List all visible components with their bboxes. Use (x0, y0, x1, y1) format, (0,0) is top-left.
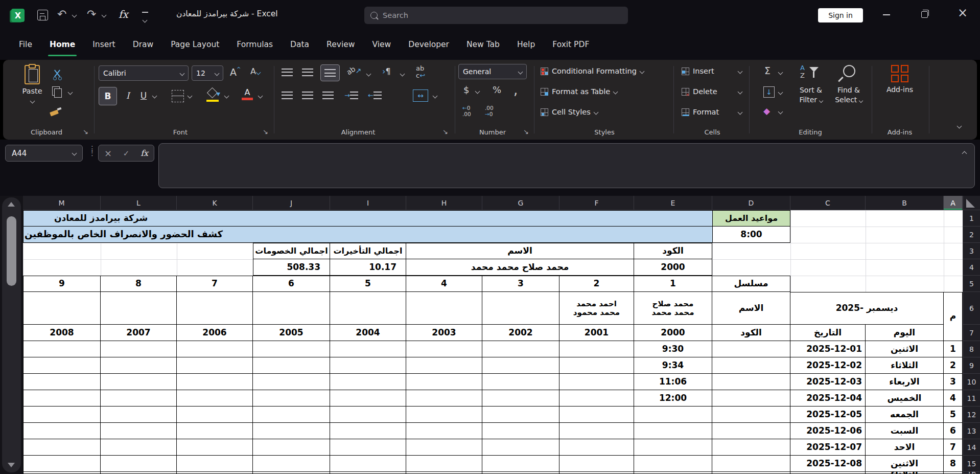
cell-I3[interactable]: اجمالي التأخيرات (330, 243, 406, 259)
conditional-formatting-button[interactable]: Conditional Formatting (541, 67, 644, 75)
column-header-E[interactable]: E (634, 196, 712, 210)
cell-D12[interactable] (712, 407, 790, 423)
borders-chevron-icon[interactable] (188, 94, 193, 99)
cell-F11[interactable] (559, 390, 634, 407)
align-bottom-button[interactable] (320, 64, 340, 81)
cell-H5[interactable]: 4 (406, 276, 482, 292)
sort-filter-button[interactable]: A Z Sort &Filter (794, 64, 828, 105)
cell-C14[interactable]: 2025-12-07 (790, 439, 866, 456)
cell-E12[interactable] (634, 407, 712, 423)
confirm-entry-icon[interactable]: ✓ (123, 149, 130, 158)
cell-G12[interactable] (482, 407, 559, 423)
quick-access-customize-icon[interactable] (142, 12, 148, 24)
cell-G15[interactable] (482, 456, 559, 472)
cell-G10[interactable] (482, 374, 559, 390)
cell-M10[interactable] (23, 374, 101, 390)
cell-I12[interactable] (330, 407, 406, 423)
cell-D9[interactable] (712, 357, 790, 374)
cell-I10[interactable] (330, 374, 406, 390)
column-header-C[interactable]: C (790, 196, 866, 210)
cell-K13[interactable] (177, 423, 253, 439)
row-header-10[interactable]: 10 (963, 374, 980, 390)
cell-D13[interactable] (712, 423, 790, 439)
formula-input[interactable] (158, 143, 975, 188)
cell-K12[interactable] (177, 407, 253, 423)
alignment-dialog-launcher-icon[interactable]: ↘ (442, 128, 448, 136)
tab-help[interactable]: Help (508, 30, 544, 60)
column-header-A[interactable]: A (944, 196, 963, 210)
cell-B10[interactable]: الاربعاء (866, 374, 944, 390)
cell-M:E1[interactable]: شركة بيرامدز للمعادن (23, 210, 712, 227)
cell-D16[interactable] (712, 472, 790, 474)
cell-E7[interactable]: 2000 (634, 325, 712, 341)
row-header-14[interactable]: 14 (963, 439, 980, 456)
autosum-button[interactable]: Σ (764, 65, 771, 76)
cell-styles-button[interactable]: Cell Styles (541, 108, 598, 116)
cell-M12[interactable] (23, 407, 101, 423)
cell-J7[interactable]: 2005 (253, 325, 330, 341)
cell-F12[interactable] (559, 407, 634, 423)
cell-D6[interactable]: الاسم (712, 292, 790, 325)
cell-G5[interactable]: 3 (482, 276, 559, 292)
cell-J3[interactable]: اجمالي الخصومات (253, 243, 330, 259)
cell-M:E2[interactable]: كشف الحضور والانصراف الخاص بالموظفين (23, 227, 712, 243)
align-left-button[interactable] (282, 92, 293, 99)
column-header-B[interactable]: B (866, 196, 944, 210)
cell-E13[interactable] (634, 423, 712, 439)
cell-F7[interactable]: 2001 (559, 325, 634, 341)
cell-C11[interactable]: 2025-12-04 (790, 390, 866, 407)
font-dialog-launcher-icon[interactable]: ↘ (263, 128, 268, 136)
cell-A11[interactable]: 4 (944, 390, 963, 407)
cell-D14[interactable] (712, 439, 790, 456)
row-header-13[interactable]: 13 (963, 423, 980, 439)
paste-button[interactable]: Paste (17, 65, 47, 105)
cell-M6[interactable] (23, 292, 101, 325)
formula-bar-expand-chevron-icon[interactable] (962, 151, 967, 156)
cell-L11[interactable] (101, 390, 177, 407)
tab-data[interactable]: Data (282, 30, 318, 60)
cell-D15[interactable] (712, 456, 790, 472)
restore-button[interactable] (921, 11, 928, 18)
cell-E4[interactable]: 2000 (634, 259, 712, 276)
tab-view[interactable]: View (363, 30, 400, 60)
cell-G9[interactable] (482, 357, 559, 374)
name-box[interactable]: A44 (5, 145, 83, 162)
cell-J16[interactable] (253, 472, 330, 474)
cell-H10[interactable] (406, 374, 482, 390)
copy-button[interactable] (52, 86, 60, 96)
cell-J6[interactable] (253, 292, 330, 325)
tab-foxit-pdf[interactable]: Foxit PDF (544, 30, 598, 60)
insert-cells-button[interactable]: Insert (682, 67, 742, 75)
cell-J5[interactable]: 6 (253, 276, 330, 292)
row-header-9[interactable]: 9 (963, 357, 980, 374)
cell-F13[interactable] (559, 423, 634, 439)
font-size-select[interactable]: 12 (192, 65, 223, 81)
delete-cells-button[interactable]: × Delete (682, 87, 742, 96)
cell-D1[interactable]: مواعيد العمل (712, 210, 790, 227)
cell-I7[interactable]: 2004 (330, 325, 406, 341)
cell-A15[interactable]: 8 (944, 456, 963, 472)
cell-F15[interactable] (559, 456, 634, 472)
cell-L5[interactable]: 8 (101, 276, 177, 292)
cell-J4[interactable]: 508.33 (253, 259, 330, 276)
cell-K16[interactable] (177, 472, 253, 474)
cell-L10[interactable] (101, 374, 177, 390)
cell-D2[interactable]: 8:00 (712, 227, 790, 243)
cell-G13[interactable] (482, 423, 559, 439)
tab-home[interactable]: Home (41, 30, 84, 60)
cell-M14[interactable] (23, 439, 101, 456)
find-select-button[interactable]: Find &Select (832, 64, 866, 105)
cell-F9[interactable] (559, 357, 634, 374)
cell-I8[interactable] (330, 341, 406, 357)
cell-A8[interactable]: 1 (944, 341, 963, 357)
column-header-K[interactable]: K (177, 196, 253, 210)
fill-color-button[interactable] (206, 88, 220, 102)
cell-H13[interactable] (406, 423, 482, 439)
cell-G11[interactable] (482, 390, 559, 407)
select-all-corner[interactable] (963, 196, 980, 210)
orientation-button[interactable]: ab↗ (346, 66, 361, 75)
cell-H12[interactable] (406, 407, 482, 423)
decrease-decimal-button[interactable]: .00→0 (485, 105, 494, 117)
cell-K8[interactable] (177, 341, 253, 357)
number-format-select[interactable]: General (458, 64, 527, 79)
